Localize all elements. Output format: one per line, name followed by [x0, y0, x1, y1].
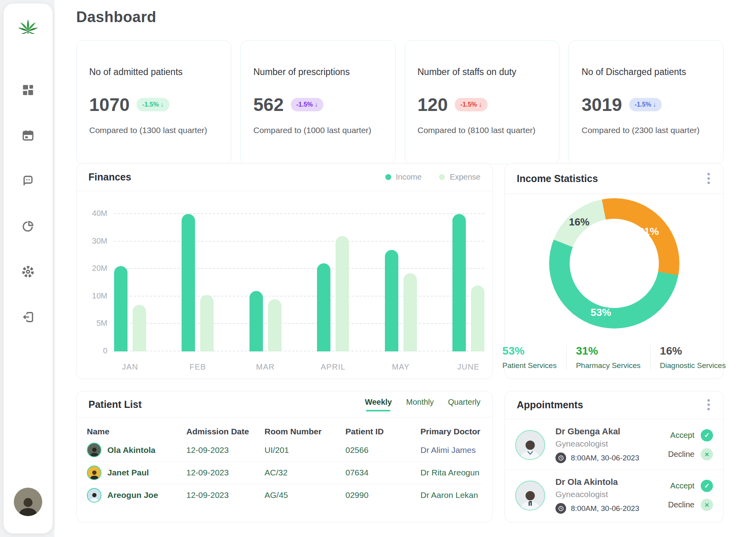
- col-primary-doctor: Primary Doctor: [420, 427, 482, 436]
- legend-expense: Expense: [439, 173, 480, 182]
- pie-label: Patient Services: [503, 361, 557, 370]
- y-axis-tick: 5M: [86, 319, 107, 328]
- doctor-name: Dr Gbenga Akal: [555, 426, 668, 437]
- x-axis-label: MAY: [385, 362, 417, 372]
- x-axis-label: MAR: [249, 362, 281, 372]
- stat-diagnostic-services: 16% Diagnostic Services: [650, 345, 735, 370]
- stat-card-discharged: No of Discharged patients 3019 -1.5% ↓ C…: [568, 40, 724, 164]
- clock-icon: [555, 453, 566, 463]
- pie-stats-row: 53% Patient Services 31% Pharmacy Servic…: [505, 345, 723, 370]
- table-row[interactable]: Areogun Joe 12-09-2023 AG/45 02990 Dr Aa…: [87, 484, 482, 506]
- stat-value: 1070: [89, 94, 129, 115]
- stat-patient-services: 53% Patient Services: [493, 345, 566, 370]
- doctor-avatar: [515, 481, 545, 511]
- settings-gear-icon[interactable]: [21, 264, 36, 279]
- stat-cards-row: No of admitted patients 1070 -1.5% ↓ Com…: [76, 40, 724, 164]
- finances-legend: Income Expense: [385, 173, 480, 182]
- income-statistics-card: Income Statistics 31% 53% 16% 53% Patien…: [505, 163, 724, 379]
- primary-doctor: Dr Alimi James: [420, 445, 482, 455]
- tab-weekly[interactable]: Weekly: [365, 398, 392, 411]
- delta-badge: -1.5% ↓: [291, 98, 323, 111]
- x-axis-label: JUNE: [452, 362, 484, 372]
- accept-button[interactable]: Accept ✓: [668, 429, 713, 441]
- kebab-menu-icon[interactable]: [706, 398, 711, 412]
- decline-x-icon[interactable]: ×: [701, 448, 713, 460]
- room-number: AC/32: [265, 468, 345, 477]
- stat-note: Compared to (2300 last quarter): [582, 126, 711, 135]
- y-axis-tick: 40M: [86, 209, 107, 218]
- appointment-time: 8:00AM, 30-06-2023: [571, 504, 639, 513]
- pie-pct: 31%: [576, 345, 641, 357]
- pie-pct: 16%: [660, 345, 726, 357]
- stat-value: 3019: [582, 94, 622, 115]
- patient-name: Janet Paul: [107, 468, 149, 477]
- room-number: UI/201: [265, 445, 345, 455]
- kebab-menu-icon[interactable]: [706, 171, 711, 186]
- stat-note: Compared to (1300 last quarter): [89, 126, 218, 135]
- pie-label: Diagnostic Services: [660, 361, 726, 370]
- legend-label: Income: [396, 173, 422, 182]
- patient-id: 02990: [345, 490, 420, 500]
- decline-button[interactable]: Decline ×: [668, 448, 713, 460]
- table-row[interactable]: Ola Akintola 12-09-2023 UI/201 02566 Dr …: [87, 439, 482, 461]
- stat-card-prescriptions: Number of prescriptions 562 -1.5% ↓ Comp…: [240, 40, 396, 164]
- y-axis-tick: 0: [86, 346, 107, 355]
- bar-group-feb: [182, 214, 214, 351]
- doctor-specialty: Gyneacologist: [555, 490, 668, 499]
- bar-expense-april: [336, 236, 349, 351]
- appointment-item: Dr Gbenga Akal Gyneacologist 8:00AM, 30-…: [505, 419, 723, 469]
- sidebar-nav: [21, 83, 36, 325]
- patient-list-title: Patient List: [88, 399, 142, 410]
- patient-list-card: Patient List Weekly Monthly Quarterly Na…: [76, 391, 493, 522]
- x-axis-label: FEB: [182, 362, 214, 372]
- bar-group-jan: [114, 266, 146, 351]
- delta-badge: -1.5% ↓: [137, 98, 169, 111]
- stat-value: 562: [253, 94, 284, 115]
- clock-icon: [555, 503, 566, 514]
- decline-label: Decline: [668, 450, 694, 459]
- decline-button[interactable]: Decline ×: [668, 499, 713, 511]
- accept-button[interactable]: Accept ✓: [668, 480, 713, 492]
- delta-badge: -1.5% ↓: [629, 98, 662, 111]
- patient-name: Ola Akintola: [107, 445, 156, 455]
- logout-icon[interactable]: [21, 310, 36, 325]
- delta-badge: -1.5% ↓: [455, 98, 487, 111]
- sidebar: [3, 3, 53, 534]
- table-row[interactable]: Janet Paul 12-09-2023 AC/32 07634 Dr Rit…: [87, 461, 482, 484]
- cannabis-leaf-logo: [16, 17, 40, 43]
- page-title: Dashboard: [76, 9, 724, 26]
- patient-list-tabs: Weekly Monthly Quarterly: [365, 398, 480, 411]
- tab-quarterly[interactable]: Quarterly: [448, 398, 480, 411]
- messages-icon[interactable]: [21, 173, 36, 188]
- primary-doctor: Dr Aaron Lekan: [420, 490, 482, 500]
- legend-label: Expense: [450, 173, 480, 182]
- stat-title: Number of staffs on duty: [418, 67, 547, 77]
- room-number: AG/45: [265, 490, 345, 500]
- legend-income: Income: [385, 173, 422, 182]
- admission-date: 12-09-2023: [186, 490, 265, 500]
- tab-monthly[interactable]: Monthly: [406, 398, 434, 411]
- income-statistics-title: Income Statistics: [517, 173, 598, 184]
- accept-label: Accept: [670, 431, 694, 440]
- y-axis-tick: 20M: [86, 264, 107, 273]
- user-avatar[interactable]: [14, 488, 42, 516]
- bar-group-june: [452, 214, 484, 351]
- decline-x-icon[interactable]: ×: [701, 499, 713, 511]
- dashboard-icon[interactable]: [21, 83, 36, 98]
- accept-check-icon[interactable]: ✓: [701, 429, 713, 441]
- stat-title: Number of prescriptions: [253, 67, 383, 77]
- income-dot-icon: [385, 174, 391, 180]
- bar-income-june: [452, 214, 466, 351]
- accept-label: Accept: [670, 481, 694, 490]
- bar-income-jan: [114, 266, 128, 351]
- finances-title: Finances: [88, 171, 131, 183]
- accept-check-icon[interactable]: ✓: [701, 480, 713, 492]
- calendar-icon[interactable]: [21, 128, 36, 143]
- decline-label: Decline: [668, 500, 694, 509]
- stat-card-admitted: No of admitted patients 1070 -1.5% ↓ Com…: [76, 40, 231, 164]
- col-name: Name: [87, 427, 186, 436]
- doctor-name: Dr Ola Akintola: [555, 477, 668, 487]
- admission-date: 12-09-2023: [186, 445, 265, 455]
- reports-pie-icon[interactable]: [21, 219, 36, 234]
- donut-label-diagnostic: 16%: [569, 216, 589, 228]
